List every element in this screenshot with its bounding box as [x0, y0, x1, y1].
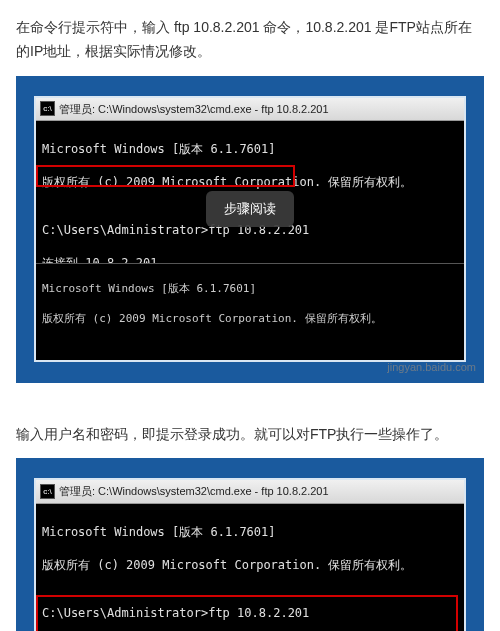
paragraph-1: 在命令行提示符中，输入 ftp 10.8.2.201 命令，10.8.2.201… — [16, 16, 484, 64]
window-titlebar-1: c:\ 管理员: C:\Windows\system32\cmd.exe - f… — [36, 98, 464, 122]
window-title-2: 管理员: C:\Windows\system32\cmd.exe - ftp 1… — [59, 482, 329, 501]
term-line: Microsoft Windows [版本 6.1.7601] — [42, 141, 458, 157]
window-title-1: 管理员: C:\Windows\system32\cmd.exe - ftp 1… — [59, 100, 329, 119]
paragraph-2: 输入用户名和密码，即提示登录成功。就可以对FTP执行一些操作了。 — [16, 423, 484, 447]
term-line: 版权所有 (c) 2009 Microsoft Corporation. 保留所… — [42, 312, 458, 327]
screenshot-2-frame: c:\ 管理员: C:\Windows\system32\cmd.exe - f… — [16, 458, 484, 631]
highlight-box-2 — [36, 595, 458, 631]
terminal-window-1: c:\ 管理员: C:\Windows\system32\cmd.exe - f… — [34, 96, 466, 362]
terminal-window-2: c:\ 管理员: C:\Windows\system32\cmd.exe - f… — [34, 478, 466, 631]
step-read-button[interactable]: 步骤阅读 — [206, 191, 294, 227]
cmd-icon: c:\ — [40, 101, 55, 116]
terminal-output-1: Microsoft Windows [版本 6.1.7601] 版权所有 (c)… — [36, 121, 464, 359]
cmd-icon: c:\ — [40, 484, 55, 499]
highlight-box-1 — [36, 165, 295, 187]
term-line: 版权所有 (c) 2009 Microsoft Corporation. 保留所… — [42, 557, 458, 573]
term-line: Microsoft Windows [版本 6.1.7601] — [42, 524, 458, 540]
screenshot-1-frame: c:\ 管理员: C:\Windows\system32\cmd.exe - f… — [16, 76, 484, 383]
watermark-baidu: jingyan.baidu.com — [387, 358, 476, 377]
window-titlebar-2: c:\ 管理员: C:\Windows\system32\cmd.exe - f… — [36, 480, 464, 504]
terminal-output-2: Microsoft Windows [版本 6.1.7601] 版权所有 (c)… — [36, 504, 464, 631]
term-line: Microsoft Windows [版本 6.1.7601] — [42, 282, 458, 297]
